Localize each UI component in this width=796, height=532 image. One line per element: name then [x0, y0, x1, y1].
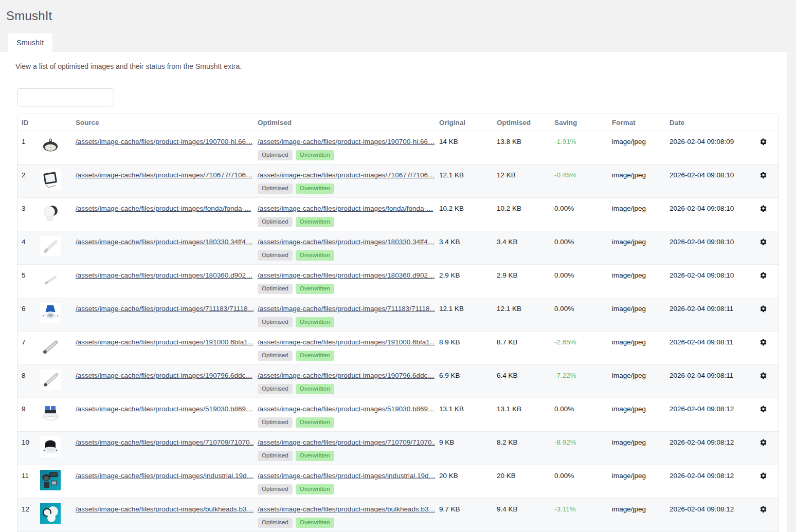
original-size: 6.9 KB: [435, 365, 493, 398]
row-actions-gear-button[interactable]: [758, 471, 768, 480]
saving-percent: -8.92%: [550, 432, 608, 465]
optimised-link[interactable]: /assets/image-cache/files/product-images…: [258, 372, 435, 379]
source-link[interactable]: /assets/image-cache/files/product-images…: [76, 171, 252, 179]
row-actions-gear-button[interactable]: [758, 337, 768, 346]
source-link[interactable]: /assets/image-cache/files/product-images…: [76, 438, 254, 446]
status-badges: Optimised Overwritten: [258, 484, 435, 494]
optimised-size: 13.1 KB: [493, 398, 550, 431]
optimised-link[interactable]: /assets/image-cache/files/product-images…: [258, 171, 435, 179]
optimised-link[interactable]: /assets/image-cache/files/product-images…: [258, 472, 435, 480]
optimised-size: 6.4 KB: [493, 365, 550, 398]
saving-percent: 0.00%: [550, 265, 608, 298]
source-link[interactable]: /assets/image-cache/files/product-images…: [76, 472, 254, 480]
format-value: image/jpeg: [608, 499, 665, 531]
content-panel: View a list of optimised images and thei…: [0, 52, 787, 532]
tab-smushit[interactable]: SmushIt: [8, 33, 52, 52]
optimised-link[interactable]: /assets/image-cache/files/product-images…: [258, 338, 435, 346]
row-id: 4: [17, 231, 36, 264]
product-thumbnail-image: [40, 303, 61, 323]
optimised-size: 10.2 KB: [493, 198, 550, 231]
status-badge-optimised: Optimised: [258, 417, 293, 428]
optimised-link[interactable]: /assets/image-cache/files/product-images…: [258, 505, 435, 513]
gear-icon: [759, 338, 767, 346]
source-link[interactable]: /assets/image-cache/files/product-images…: [76, 271, 252, 279]
row-actions-gear-button[interactable]: [758, 170, 768, 179]
source-link[interactable]: /assets/image-cache/files/product-images…: [76, 338, 254, 346]
format-value: image/jpeg: [608, 398, 665, 431]
row-actions-gear-button[interactable]: [758, 437, 768, 447]
source-link[interactable]: /assets/image-cache/files/product-images…: [76, 138, 252, 145]
row-actions-gear-button[interactable]: [758, 371, 768, 380]
row-id: 8: [17, 365, 36, 398]
filter-input[interactable]: [17, 88, 114, 106]
row-actions-gear-button[interactable]: [758, 404, 768, 413]
table-row: 8 /assets/image-cache/files/product-imag…: [17, 365, 779, 398]
product-thumbnail-image: [40, 269, 61, 290]
row-actions-gear-button[interactable]: [758, 304, 768, 313]
status-badge-overwritten: Overwritten: [296, 518, 334, 528]
original-size: 8.9 KB: [435, 332, 493, 364]
status-badge-optimised: Optimised: [258, 351, 293, 361]
row-id: 1: [17, 131, 36, 164]
original-size: 9 KB: [435, 432, 493, 465]
row-actions-gear-button[interactable]: [758, 270, 768, 280]
optimised-link[interactable]: /assets/image-cache/files/product-images…: [258, 238, 435, 246]
status-badges: Optimised Overwritten: [258, 351, 435, 361]
optimised-link[interactable]: /assets/image-cache/files/product-images…: [258, 438, 435, 446]
status-badges: Optimised Overwritten: [258, 184, 435, 194]
status-badge-overwritten: Overwritten: [296, 217, 334, 227]
source-link[interactable]: /assets/image-cache/files/product-images…: [76, 205, 251, 212]
table-row: 9 /assets/image-cache/files/product-imag…: [17, 398, 779, 432]
gear-icon: [759, 138, 767, 145]
product-thumbnail-image: [40, 470, 61, 490]
date-value: 2026-02-04 09:08:09: [665, 131, 748, 164]
gear-icon: [759, 372, 767, 379]
col-header-id: ID: [17, 119, 36, 126]
optimised-link[interactable]: /assets/image-cache/files/product-images…: [258, 138, 435, 145]
saving-percent: -2.65%: [550, 332, 608, 364]
table-row: 3 /assets/image-cache/files/product-imag…: [17, 198, 779, 231]
source-link[interactable]: /assets/image-cache/files/product-images…: [76, 238, 252, 246]
status-badges: Optimised Overwritten: [258, 317, 435, 327]
format-value: image/jpeg: [608, 432, 665, 465]
product-thumbnail-image: [40, 370, 61, 390]
table-row: 10 /assets/image-cache/files/product-ima…: [17, 432, 779, 465]
date-value: 2026-02-04 09:08:11: [665, 332, 748, 364]
product-thumbnail-image: [40, 336, 61, 357]
status-badge-optimised: Optimised: [258, 150, 293, 160]
source-link[interactable]: /assets/image-cache/files/product-images…: [76, 305, 254, 313]
row-id: 11: [17, 465, 36, 498]
row-id: 3: [17, 198, 36, 231]
page-header: SmushIt SmushIt: [0, 0, 796, 52]
saving-percent: -1.91%: [550, 131, 608, 164]
row-actions-gear-button[interactable]: [758, 137, 768, 146]
optimised-link[interactable]: /assets/image-cache/files/product-images…: [258, 205, 433, 212]
source-link[interactable]: /assets/image-cache/files/product-images…: [76, 505, 254, 513]
row-actions-gear-button[interactable]: [758, 204, 768, 213]
optimised-size: 3.4 KB: [493, 231, 550, 264]
status-badge-overwritten: Overwritten: [296, 384, 334, 394]
optimised-size: 12 KB: [493, 164, 550, 197]
col-header-original: Original: [435, 119, 493, 126]
table-row: 2 /assets/image-cache/files/product-imag…: [17, 164, 779, 198]
date-value: 2026-02-04 09:08:10: [665, 164, 748, 197]
table-header-row: ID Source Optimised Original Optimised S…: [17, 114, 779, 131]
original-size: 13.1 KB: [435, 398, 493, 431]
table-row: 6 /assets/image-cache/files/product-imag…: [17, 298, 779, 332]
date-value: 2026-02-04 09:08:12: [665, 432, 748, 465]
page-description: View a list of optimised images and thei…: [15, 62, 242, 70]
status-badges: Optimised Overwritten: [258, 284, 435, 294]
saving-percent: 0.00%: [550, 398, 608, 431]
optimised-link[interactable]: /assets/image-cache/files/product-images…: [258, 305, 435, 313]
source-link[interactable]: /assets/image-cache/files/product-images…: [76, 372, 252, 379]
source-link[interactable]: /assets/image-cache/files/product-images…: [76, 405, 252, 413]
format-value: image/jpeg: [608, 298, 665, 331]
status-badge-optimised: Optimised: [258, 317, 293, 327]
saving-percent: 0.00%: [550, 465, 608, 498]
row-actions-gear-button[interactable]: [758, 504, 768, 513]
format-value: image/jpeg: [608, 365, 665, 398]
row-actions-gear-button[interactable]: [758, 237, 768, 246]
gear-icon: [759, 505, 767, 513]
optimised-link[interactable]: /assets/image-cache/files/product-images…: [258, 405, 435, 413]
optimised-link[interactable]: /assets/image-cache/files/product-images…: [258, 271, 435, 279]
